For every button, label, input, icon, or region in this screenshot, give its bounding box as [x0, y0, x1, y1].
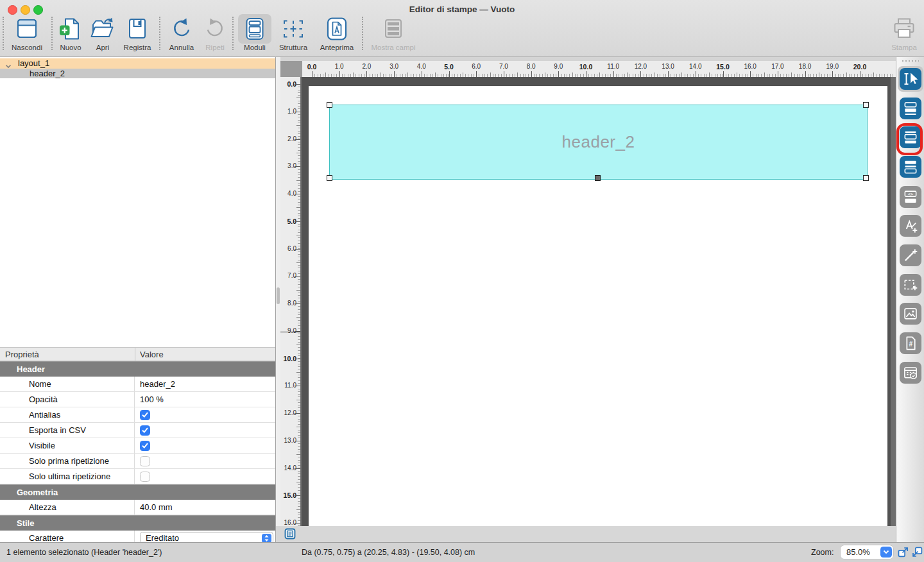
zoom-label: Zoom: — [811, 543, 834, 562]
sidebar-tool-cursor-tool-icon[interactable] — [900, 68, 921, 90]
property-value-text[interactable]: 40.0 mm — [140, 502, 173, 512]
toolbar-label: Moduli — [244, 44, 266, 51]
ruler-tick — [295, 359, 300, 359]
ruler-label: 6.0 — [466, 63, 486, 70]
ruler-tick — [295, 303, 300, 304]
fields-icon — [377, 14, 410, 44]
property-value — [135, 469, 275, 484]
property-value-text[interactable]: header_2 — [140, 379, 175, 389]
tree-item-header_2[interactable]: header_2 — [0, 69, 275, 79]
checkbox-checked[interactable] — [140, 410, 150, 420]
ruler-label: 19.0 — [822, 63, 843, 70]
ruler-tick — [750, 71, 751, 77]
property-row: Esporta in CSV — [0, 423, 275, 438]
sidebar-tool-module-footer-icon[interactable] — [900, 156, 921, 178]
canvas-bottom-strip — [276, 526, 896, 542]
ruler-tick — [295, 221, 300, 222]
checkbox-unchecked[interactable] — [140, 472, 150, 482]
ruler-tick — [295, 276, 300, 277]
ruler-tick — [295, 468, 300, 469]
ruler-tick — [846, 72, 847, 77]
ruler-tick — [504, 71, 504, 77]
ruler-tick — [764, 72, 765, 77]
font-select[interactable]: Ereditato — [140, 532, 273, 542]
ruler-tick — [463, 72, 463, 77]
toolbar-button-apri[interactable]: Apri — [89, 14, 116, 53]
open-folder-icon — [86, 14, 119, 44]
section-header-header: Header — [0, 361, 275, 377]
sidebar-tool-module-header-icon[interactable] — [900, 98, 921, 119]
ruler-tick — [860, 71, 860, 77]
column-header-value: Valore — [140, 348, 164, 361]
section-header-geometria: Geometria — [0, 484, 275, 500]
sidebar-tool-add-image-icon — [900, 303, 921, 325]
page-nav-icon[interactable] — [284, 528, 296, 540]
ruler-label: 10.0 — [576, 63, 596, 71]
property-row: Visibile — [0, 438, 275, 454]
ruler-tick — [381, 72, 381, 77]
selection-handle-bottom-center[interactable] — [595, 175, 601, 181]
tree-item-layout_1[interactable]: layout_1 — [0, 58, 275, 69]
tree-item-label: layout_1 — [18, 58, 49, 68]
header-element[interactable]: header_2 — [329, 105, 868, 180]
zoom-fit-in-icon[interactable] — [911, 546, 923, 560]
checkbox-unchecked[interactable] — [140, 456, 150, 466]
ruler-label: 20.0 — [850, 63, 870, 71]
selection-handle-bottom-right[interactable] — [863, 175, 869, 181]
ruler-tick — [873, 72, 874, 77]
print-icon — [887, 14, 921, 44]
column-header-property: Proprietà — [5, 348, 39, 361]
selection-handle-bottom-left[interactable] — [327, 175, 332, 181]
red-annotation-ring — [896, 123, 923, 155]
ruler-label: 17.0 — [767, 63, 788, 70]
property-value-text[interactable]: 100 % — [140, 395, 164, 404]
new-document-icon — [54, 14, 87, 44]
ruler-tick — [640, 71, 641, 77]
ruler-corner-block — [280, 61, 302, 77]
ruler-tick — [599, 72, 600, 77]
property-value — [135, 438, 275, 453]
toolbar-button-nuovo[interactable]: Nuovo — [55, 14, 86, 53]
checkbox-checked[interactable] — [140, 441, 150, 451]
ruler-tick — [696, 71, 696, 77]
vertical-ruler: 0.01.02.03.04.05.06.07.08.09.010.011.012… — [280, 77, 300, 526]
selection-handle-top-left[interactable] — [327, 102, 332, 108]
modules-icon — [238, 14, 271, 44]
ruler-tick — [627, 72, 628, 77]
ruler-label: 2.0 — [356, 63, 377, 70]
ruler-tick — [819, 72, 819, 77]
property-value: header_2 — [135, 377, 275, 391]
svg-text:<>: <> — [908, 191, 914, 197]
canvas-area[interactable]: header_2 — [300, 77, 896, 526]
ruler-tick — [476, 71, 477, 77]
sidebar-tool-add-rect-icon — [900, 274, 921, 296]
ruler-tick — [517, 72, 518, 77]
toolbar-button-stampa: Stampa — [886, 14, 923, 53]
toolbar-button-registra[interactable]: Registra — [119, 14, 156, 53]
ruler-tick — [295, 194, 300, 194]
selection-handle-top-right[interactable] — [863, 102, 869, 108]
zoom-fit-out-icon[interactable] — [897, 546, 909, 560]
property-name: Solo prima ripetizione — [9, 454, 135, 468]
toolbar-separator — [3, 17, 4, 50]
toolbar-button-struttura[interactable]: Struttura — [275, 14, 312, 53]
svg-text:#: # — [909, 341, 913, 348]
panel-scrollbar-thumb[interactable] — [277, 287, 280, 304]
toolbar-button-moduli[interactable]: Moduli — [237, 14, 272, 53]
property-name: Carattere — [9, 531, 135, 542]
ruler-tick — [295, 139, 300, 140]
ruler-tick — [531, 71, 532, 77]
toolbar-button-annulla[interactable]: Annulla — [163, 14, 200, 53]
ruler-tick — [723, 71, 724, 77]
property-row: Solo ultima ripetizione — [0, 469, 275, 484]
checkbox-checked[interactable] — [140, 425, 150, 436]
zoom-combobox[interactable]: 85.0% — [841, 545, 893, 559]
toolbar-button-anteprima[interactable]: Anteprima — [314, 14, 359, 53]
toolbar-button-nascondi[interactable]: Nascondi — [8, 14, 46, 53]
toolbar-label: Nascondi — [12, 44, 42, 51]
canvas-page[interactable]: header_2 — [309, 86, 887, 526]
chevron-down-icon[interactable] — [880, 547, 892, 558]
horizontal-ruler: 0.01.02.03.04.05.06.07.08.09.010.011.012… — [302, 61, 896, 77]
ruler-tick — [295, 495, 300, 496]
select-stepper-icon[interactable] — [262, 534, 271, 543]
